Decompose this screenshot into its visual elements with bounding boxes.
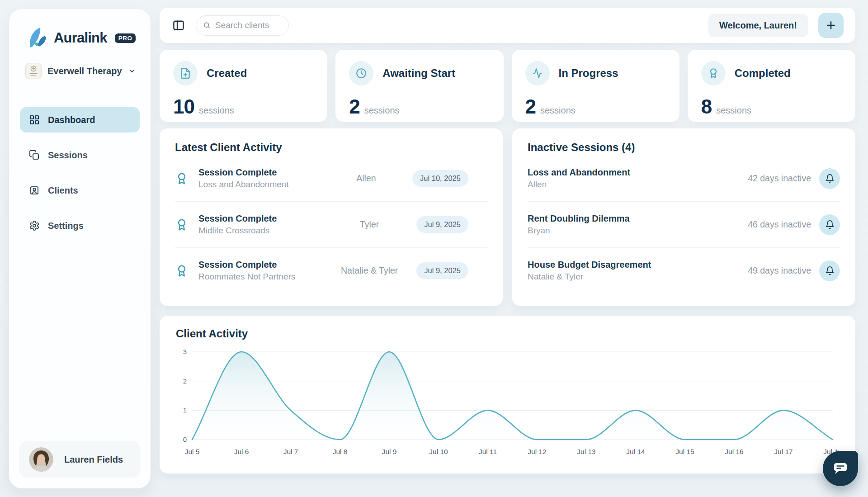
chat-bubble-icon — [831, 460, 849, 477]
inactive-session-row: Loss and Abandonment Allen 42 days inact… — [528, 156, 840, 201]
add-button[interactable] — [818, 13, 844, 38]
activity-row: Session Complete Midlife Crossroads Tyle… — [175, 201, 487, 247]
stat-label: Awaiting Start — [382, 67, 455, 80]
user-profile[interactable]: Lauren Fields — [19, 441, 141, 478]
stat-value: 8 — [701, 95, 712, 118]
award-icon — [701, 61, 726, 85]
chart-x-tick-label: Jul 10 — [429, 448, 448, 455]
stat-label: Completed — [735, 67, 791, 80]
activity-subtitle: Midlife Crossroads — [198, 226, 322, 236]
grid-icon — [29, 114, 40, 125]
chat-launcher-button[interactable] — [823, 451, 858, 486]
chart-title: Client Activity — [176, 327, 839, 340]
stat-unit: sessions — [716, 105, 751, 116]
stat-card-in-progress: In Progress 2 sessions — [512, 50, 679, 122]
award-icon — [175, 172, 189, 185]
chart-area-fill — [192, 352, 833, 440]
chart-x-tick-label: Jul 9 — [382, 448, 397, 455]
search-box — [196, 15, 289, 36]
sidebar: Auralink PRO Everwell Therapy Dashboard — [9, 9, 151, 488]
chart-y-tick-label: 0 — [183, 435, 187, 443]
chart-x-tick-label: Jul 16 — [725, 448, 743, 455]
sidebar-nav: Dashboard Sessions Clients Settings — [20, 107, 140, 238]
search-input[interactable] — [215, 20, 282, 30]
chart-x-tick-label: Jul 11 — [479, 448, 497, 455]
activity-date-badge: Jul 9, 2025 — [416, 216, 468, 233]
sidebar-toggle-button[interactable] — [171, 18, 186, 33]
remind-button[interactable] — [819, 214, 840, 235]
stat-unit: sessions — [540, 105, 576, 116]
inactive-duration: 42 days inactive — [748, 173, 811, 184]
bell-icon — [825, 266, 835, 275]
sidebar-item-settings[interactable]: Settings — [20, 213, 140, 238]
session-title: Rent Doubling Dilemma — [528, 213, 748, 224]
session-title: Loss and Abandonment — [528, 167, 748, 178]
chart-x-tick-label: Jul 7 — [283, 448, 298, 455]
sidebar-item-clients[interactable]: Clients — [20, 178, 140, 203]
inactive-duration: 46 days inactive — [748, 219, 811, 230]
remind-button[interactable] — [819, 168, 840, 189]
sidebar-item-sessions[interactable]: Sessions — [20, 142, 140, 168]
session-client: Allen — [528, 180, 748, 189]
file-plus-icon — [173, 61, 198, 85]
topbar: Welcome, Lauren! — [160, 8, 855, 43]
clock-icon — [349, 61, 373, 85]
inactive-session-row: House Budget Disagreement Natalie & Tyle… — [528, 247, 840, 293]
avatar — [29, 447, 53, 472]
sidebar-item-label: Clients — [48, 185, 78, 196]
client-activity-card: Client Activity 0123Jul 5Jul 6Jul 7Jul 8… — [160, 316, 855, 473]
org-name: Everwell Therapy — [47, 66, 122, 76]
stat-card-awaiting-start: Awaiting Start 2 sessions — [335, 50, 503, 122]
latest-activity-card: Latest Client Activity Session Complete … — [160, 128, 503, 306]
session-title: House Budget Disagreement — [528, 260, 748, 270]
chart-x-tick-label: Jul 14 — [626, 448, 645, 455]
activity-row: Session Complete Roommates Not Partners … — [175, 247, 487, 293]
chart-x-tick-label: Jul 13 — [577, 448, 595, 455]
brand-logo: Auralink PRO — [20, 25, 140, 51]
stat-unit: sessions — [364, 105, 400, 116]
lists-row: Latest Client Activity Session Complete … — [160, 128, 855, 306]
plus-icon — [825, 19, 837, 31]
app-root: Auralink PRO Everwell Therapy Dashboard — [0, 0, 868, 497]
main-content: Welcome, Lauren! Created 10 sessions — [160, 8, 855, 473]
brand-name: Auralink — [54, 30, 107, 46]
stat-label: Created — [207, 67, 247, 80]
pages-icon — [29, 150, 40, 161]
chart-x-tick-label: Jul 12 — [528, 448, 546, 455]
org-logo — [25, 63, 42, 79]
chart-x-tick-label: Jul 6 — [234, 448, 249, 455]
bell-icon — [825, 174, 835, 183]
activity-client: Tyler — [322, 219, 416, 230]
award-icon — [175, 264, 189, 278]
inactive-duration: 49 days inactive — [748, 265, 811, 276]
latest-activity-title: Latest Client Activity — [175, 141, 487, 154]
activity-date-badge: Jul 10, 2025 — [412, 170, 468, 187]
welcome-banner: Welcome, Lauren! — [708, 14, 808, 37]
org-selector[interactable]: Everwell Therapy — [25, 63, 140, 79]
search-icon — [203, 21, 211, 30]
stat-value: 2 — [349, 95, 359, 118]
stat-unit: sessions — [199, 105, 234, 116]
stat-card-created: Created 10 sessions — [160, 50, 327, 122]
chart-x-tick-label: Jul 5 — [185, 448, 200, 455]
activity-icon — [525, 61, 550, 85]
session-client: Natalie & Tyler — [528, 272, 748, 282]
sidebar-item-label: Sessions — [48, 150, 88, 161]
panel-left-icon — [172, 19, 185, 32]
chart-y-tick-label: 1 — [183, 406, 187, 414]
sidebar-item-label: Dashboard — [48, 115, 95, 125]
bell-icon — [825, 220, 835, 229]
chevron-down-icon — [128, 67, 136, 75]
activity-row: Session Complete Loss and Abandonment Al… — [175, 156, 487, 201]
stats-row: Created 10 sessions Awaiting Start 2 ses… — [160, 50, 855, 122]
remind-button[interactable] — [819, 260, 840, 281]
inactive-sessions-title: Inactive Sessions (4) — [528, 141, 840, 154]
chart-y-tick-label: 3 — [183, 348, 187, 355]
award-icon — [175, 218, 189, 232]
sidebar-item-label: Settings — [48, 221, 84, 231]
chart-x-tick-label: Jul 17 — [774, 448, 793, 455]
inactive-session-row: Rent Doubling Dilemma Bryan 46 days inac… — [528, 201, 840, 247]
sidebar-item-dashboard[interactable]: Dashboard — [20, 107, 140, 133]
activity-subtitle: Loss and Abandonment — [198, 180, 320, 189]
activity-title: Session Complete — [198, 260, 322, 270]
